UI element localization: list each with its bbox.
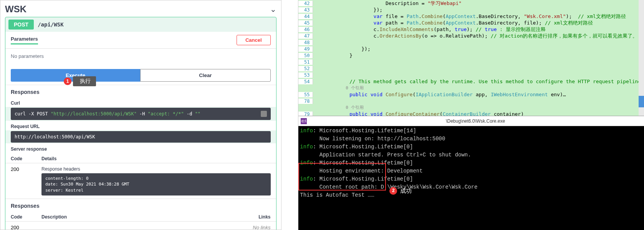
scrollbar-marker — [639, 96, 644, 107]
line-number: 79 — [298, 112, 313, 116]
terminal-panel: C:\ \Debug\net6.0\Wsk.Core.exe info: Mic… — [298, 116, 644, 230]
code-text: }); — [324, 7, 382, 13]
response-table-header: Code Details — [5, 153, 276, 163]
code-line[interactable]: 43 }); — [298, 7, 644, 13]
annotation-badge-1: 1 — [64, 77, 71, 85]
endpoint-path: /api/WSK — [38, 21, 63, 28]
terminal-line: info: Microsoft.Hosting.Lifetime[0] — [300, 143, 642, 151]
code-text: var path = Path.Combine(AppContext.BaseD… — [324, 20, 593, 26]
code-line[interactable]: 53 — [298, 72, 644, 78]
terminal-output[interactable]: info: Microsoft.Hosting.Lifetime[14] Now… — [298, 126, 644, 230]
divider-strip — [281, 0, 299, 230]
terminal-line: Application started. Press Ctrl+C to shu… — [300, 151, 642, 159]
code-text: var file = Path.Combine(AppContext.BaseD… — [324, 13, 626, 20]
responses-label-2: Responses — [5, 199, 276, 211]
code-text: Description = "学习Webapi" — [324, 0, 462, 7]
code-line[interactable]: 79 public void ConfigureContainer(Contai… — [298, 111, 644, 116]
server-response-label: Server response — [5, 143, 276, 153]
code-line[interactable]: 51 — [298, 59, 644, 65]
code-column-header: Code — [11, 156, 41, 161]
description-column-header: Description — [41, 214, 240, 220]
code-line[interactable]: 0 个引用 — [298, 104, 644, 111]
response-headers-block: content-length: 0 date: Sun30 May 2021 0… — [41, 173, 271, 196]
code-text: c.IncludeXmlComments(path, true); // tru… — [324, 26, 546, 33]
line-number: 54 — [298, 79, 313, 84]
curl-label: Curl — [5, 97, 276, 107]
code-line[interactable]: 0 个引用 — [298, 85, 644, 91]
code-text: 0 个引用 — [324, 105, 363, 110]
line-number: 52 — [298, 66, 313, 71]
cancel-button[interactable]: Cancel — [237, 35, 271, 45]
no-links-text: No links — [240, 225, 271, 230]
request-url-text: http://localhost:5000/api/WSK — [15, 134, 95, 140]
code-line[interactable]: 44 var file = Path.Combine(AppContext.Ba… — [298, 13, 644, 20]
line-number: 45 — [298, 20, 313, 26]
details-column-header: Details — [41, 156, 271, 161]
operation-block: POST /api/WSK Parameters Cancel No param… — [5, 17, 276, 230]
code-line[interactable]: 49 }); — [298, 46, 644, 52]
annotation-2: 2 成功 — [389, 187, 412, 196]
response-details: Response headers content-length: 0 date:… — [41, 166, 271, 196]
code-line[interactable]: 47 c.OrderActionsBy(o => o.RelativePath)… — [298, 33, 644, 39]
no-parameters-text: No parameters — [5, 49, 276, 64]
clear-button[interactable]: Clear — [140, 69, 270, 82]
responses-row-2: 200 No links — [5, 222, 276, 230]
line-number: 44 — [298, 14, 313, 19]
code-line[interactable]: 42 Description = "学习Webapi" — [298, 0, 644, 7]
ide-panel: 42 Description = "学习Webapi"43 });44 var … — [298, 0, 644, 230]
links-column-header: Links — [240, 214, 271, 220]
code-text: public void Configure(IApplicationBuilde… — [324, 92, 566, 97]
curl-command-text: curl -X POST "http://localhost:5000/api/… — [15, 111, 200, 117]
terminal-line: This is Autofac Test …… — [300, 191, 642, 199]
request-url-block: http://localhost:5000/api/WSK — [11, 131, 271, 143]
code-line[interactable]: 55 public void Configure(IApplicationBui… — [298, 91, 644, 98]
code-editor[interactable]: 42 Description = "学习Webapi"43 });44 var … — [298, 0, 644, 116]
line-number: 42 — [298, 1, 313, 6]
copy-icon[interactable] — [261, 111, 267, 117]
terminal-line: Now listening on: http://localhost:5000 — [300, 135, 642, 143]
terminal-line: info: Microsoft.Hosting.Lifetime[14] — [300, 127, 642, 135]
annotation-text-2: 成功 — [400, 187, 412, 196]
line-number: 78 — [298, 99, 313, 104]
terminal-titlebar[interactable]: C:\ \Debug\net6.0\Wsk.Core.exe — [298, 116, 644, 126]
code-line[interactable]: 46 c.IncludeXmlComments(path, true); // … — [298, 26, 644, 33]
request-url-label: Request URL — [5, 121, 276, 130]
line-number: 48 — [298, 40, 313, 45]
line-number: 47 — [298, 33, 313, 39]
response-row: 200 Response headers content-length: 0 d… — [5, 163, 276, 199]
line-number: 46 — [298, 27, 313, 32]
line-number: 50 — [298, 53, 313, 58]
line-number: 55 — [298, 92, 313, 97]
operation-tag-header[interactable]: WSK ⌄ — [5, 3, 276, 17]
highlight-box — [298, 163, 386, 191]
annotation-text-1: 执行 — [73, 76, 96, 86]
code-line[interactable]: 54 // This method gets called by the run… — [298, 78, 644, 85]
terminal-app-icon: C:\ — [301, 118, 307, 124]
action-buttons-row: Execute Clear — [5, 64, 276, 85]
code-text: 0 个引用 — [324, 85, 363, 91]
code-text: } — [324, 53, 352, 58]
response-code-2: 200 — [11, 225, 41, 230]
line-number: 53 — [298, 72, 313, 78]
responses-section-label: Responses — [5, 85, 276, 97]
operation-summary[interactable]: POST /api/WSK — [5, 17, 276, 32]
code-line[interactable]: 50 } — [298, 52, 644, 59]
line-number: 49 — [298, 46, 313, 52]
response-headers-label: Response headers — [41, 166, 271, 172]
line-number: 43 — [298, 7, 313, 13]
parameters-header-row: Parameters Cancel — [5, 32, 276, 49]
tag-name: WSK — [5, 4, 26, 15]
code-column-header-2: Code — [11, 214, 41, 220]
chevron-down-icon: ⌄ — [270, 5, 276, 14]
code-line[interactable]: 48 — [298, 39, 644, 46]
http-method-badge: POST — [8, 20, 34, 30]
responses-table-header-2: Code Description Links — [5, 211, 276, 222]
parameters-tab[interactable]: Parameters — [11, 36, 38, 44]
code-line[interactable]: 78 — [298, 98, 644, 104]
code-line[interactable]: 45 var path = Path.Combine(AppContext.Ba… — [298, 20, 644, 26]
code-text: c.OrderActionsBy(o => o.RelativePath); /… — [324, 33, 637, 39]
curl-command-block: curl -X POST "http://localhost:5000/api/… — [11, 108, 271, 120]
line-number: 51 — [298, 59, 313, 65]
annotation-1: 1 执行 — [64, 76, 96, 86]
code-line[interactable]: 52 — [298, 65, 644, 72]
